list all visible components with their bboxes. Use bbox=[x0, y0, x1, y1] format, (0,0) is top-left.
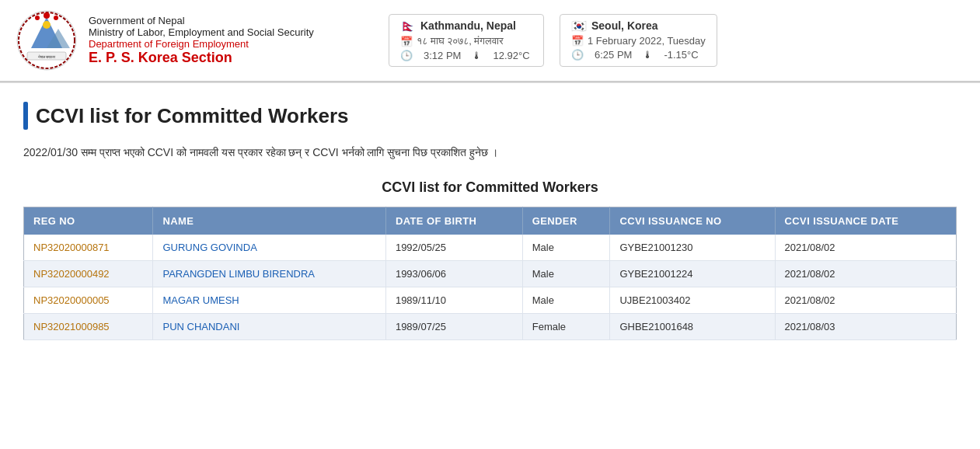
dept-line: Department of Foreign Employment bbox=[89, 38, 314, 50]
weather-box-seoul: 🇰🇷 Seoul, Korea 📅 1 February 2022, Tuesd… bbox=[560, 14, 717, 67]
cell-ccvi-no: GHBE21001648 bbox=[610, 314, 775, 340]
kathmandu-time: 3:12 PM bbox=[424, 50, 461, 61]
kathmandu-nepali-date: १८ माघ २०७८, मंगलवार bbox=[417, 35, 504, 47]
cell-reg-no[interactable]: NP32020000871 bbox=[24, 235, 153, 261]
cell-gender: Male bbox=[522, 287, 610, 314]
clock-icon-seoul: 🕒 bbox=[571, 49, 584, 61]
gov-line1: Government of Nepal bbox=[89, 15, 314, 26]
calendar-icon-seoul: 📅 bbox=[571, 35, 584, 47]
seoul-time: 6:25 PM bbox=[595, 49, 632, 61]
name-link[interactable]: PUN CHANDANI bbox=[162, 321, 239, 332]
seoul-date: 📅 1 February 2022, Tuesday bbox=[571, 35, 706, 47]
svg-text:नेपाल सरकार: नेपाल सरकार bbox=[37, 54, 56, 59]
cell-gender: Male bbox=[522, 235, 610, 261]
temp-icon-seoul: 🌡 bbox=[643, 49, 653, 61]
weather-box-kathmandu: 🇳🇵 Kathmandu, Nepal 📅 १८ माघ २०७८, मंगलव… bbox=[389, 14, 544, 67]
table-title: CCVI list for Committed Workers bbox=[23, 179, 957, 196]
name-link[interactable]: GURUNG GOVINDA bbox=[162, 242, 256, 253]
col-ccvi-no: CCVI ISSUANCE NO bbox=[610, 207, 775, 235]
logo-text-block: Government of Nepal Ministry of Labor, E… bbox=[89, 15, 314, 66]
seoul-city-label: Seoul, Korea bbox=[591, 19, 658, 32]
reg-no-link[interactable]: NP32020000871 bbox=[33, 242, 110, 253]
clock-icon-kathmandu: 🕒 bbox=[400, 50, 413, 61]
cell-dob: 1992/05/25 bbox=[385, 235, 522, 261]
temp-icon-kathmandu: 🌡 bbox=[472, 50, 482, 61]
name-link[interactable]: PARANGDEN LIMBU BIRENDRA bbox=[162, 268, 315, 280]
korea-flag-icon: 🇰🇷 bbox=[571, 20, 587, 31]
eps-section-title: E. P. S. Korea Section bbox=[89, 50, 314, 66]
svg-point-7 bbox=[54, 16, 58, 20]
table-header-row: REG NO NAME DATE OF BIRTH GENDER CCVI IS… bbox=[24, 207, 957, 235]
cell-name[interactable]: PUN CHANDANI bbox=[153, 314, 385, 340]
svg-point-6 bbox=[35, 16, 40, 20]
reg-no-link[interactable]: NP32021000985 bbox=[33, 321, 110, 332]
weather-section: 🇳🇵 Kathmandu, Nepal 📅 १८ माघ २०७८, मंगलव… bbox=[389, 14, 964, 67]
col-ccvi-date: CCVI ISSUANCE DATE bbox=[775, 207, 956, 235]
seoul-temp: -1.15°C bbox=[664, 49, 698, 61]
cell-dob: 1993/06/06 bbox=[385, 261, 522, 287]
reg-no-link[interactable]: NP32020000005 bbox=[33, 294, 110, 306]
title-accent-bar bbox=[23, 102, 28, 130]
cell-ccvi-no: GYBE21001230 bbox=[610, 235, 775, 261]
svg-point-5 bbox=[44, 12, 50, 19]
subtitle-text: 2022/01/30 सम्म प्राप्त भएको CCVI को नाम… bbox=[23, 144, 957, 161]
kathmandu-city-label: Kathmandu, Nepal bbox=[420, 19, 516, 32]
seoul-weather-row: 🕒 6:25 PM 🌡 -1.15°C bbox=[571, 49, 706, 61]
cell-reg-no[interactable]: NP32021000985 bbox=[24, 314, 153, 340]
ccvi-table: REG NO NAME DATE OF BIRTH GENDER CCVI IS… bbox=[23, 207, 957, 340]
nepal-flag-icon: 🇳🇵 bbox=[400, 20, 416, 31]
cell-gender: Male bbox=[522, 261, 610, 287]
cell-dob: 1989/11/10 bbox=[385, 287, 522, 314]
page-title: CCVI list for Committed Workers bbox=[36, 104, 349, 128]
table-row: NP32021000985PUN CHANDANI1989/07/25Femal… bbox=[24, 314, 957, 340]
city-kathmandu: 🇳🇵 Kathmandu, Nepal bbox=[400, 19, 532, 32]
logo-area: नेपाल सरकार Government of Nepal Ministry… bbox=[16, 9, 373, 71]
cell-reg-no[interactable]: NP32020000005 bbox=[24, 287, 153, 314]
subtitle-content: 2022/01/30 सम्म प्राप्त भएको CCVI को नाम… bbox=[23, 146, 498, 158]
table-row: NP32020000871GURUNG GOVINDA1992/05/25Mal… bbox=[24, 235, 957, 261]
table-body: NP32020000871GURUNG GOVINDA1992/05/25Mal… bbox=[24, 235, 957, 340]
col-gender: GENDER bbox=[522, 207, 610, 235]
reg-no-link[interactable]: NP32020000492 bbox=[33, 268, 110, 280]
cell-ccvi-date: 2021/08/02 bbox=[775, 235, 956, 261]
kathmandu-date: 📅 १८ माघ २०७८, मंगलवार bbox=[400, 35, 532, 47]
table-row: NP32020000492PARANGDEN LIMBU BIRENDRA199… bbox=[24, 261, 957, 287]
kathmandu-temp: 12.92°C bbox=[493, 50, 529, 61]
page-title-bar: CCVI list for Committed Workers bbox=[23, 102, 957, 130]
ministry-line: Ministry of Labor, Employment and Social… bbox=[89, 26, 314, 38]
cell-name[interactable]: PARANGDEN LIMBU BIRENDRA bbox=[153, 261, 385, 287]
cell-ccvi-no: GYBE21001224 bbox=[610, 261, 775, 287]
cell-gender: Female bbox=[522, 314, 610, 340]
kathmandu-weather-row: 🕒 3:12 PM 🌡 12.92°C bbox=[400, 50, 532, 61]
cell-reg-no[interactable]: NP32020000492 bbox=[24, 261, 153, 287]
nepal-emblem-icon: नेपाल सरकार bbox=[16, 9, 78, 71]
table-header: REG NO NAME DATE OF BIRTH GENDER CCVI IS… bbox=[24, 207, 957, 235]
calendar-icon-kathmandu: 📅 bbox=[400, 36, 413, 47]
city-seoul: 🇰🇷 Seoul, Korea bbox=[571, 19, 706, 32]
col-reg-no: REG NO bbox=[24, 207, 153, 235]
cell-dob: 1989/07/25 bbox=[385, 314, 522, 340]
name-link[interactable]: MAGAR UMESH bbox=[162, 294, 239, 306]
main-content: CCVI list for Committed Workers 2022/01/… bbox=[0, 83, 980, 359]
col-dob: DATE OF BIRTH bbox=[385, 207, 522, 235]
cell-ccvi-date: 2021/08/03 bbox=[775, 314, 956, 340]
col-name: NAME bbox=[153, 207, 385, 235]
cell-ccvi-date: 2021/08/02 bbox=[775, 261, 956, 287]
seoul-english-date: 1 February 2022, Tuesday bbox=[588, 35, 706, 47]
cell-name[interactable]: GURUNG GOVINDA bbox=[153, 235, 385, 261]
table-row: NP32020000005MAGAR UMESH1989/11/10MaleUJ… bbox=[24, 287, 957, 314]
cell-ccvi-date: 2021/08/02 bbox=[775, 287, 956, 314]
svg-point-4 bbox=[43, 21, 51, 29]
cell-ccvi-no: UJBE21003402 bbox=[610, 287, 775, 314]
site-header: नेपाल सरकार Government of Nepal Ministry… bbox=[0, 0, 980, 82]
cell-name[interactable]: MAGAR UMESH bbox=[153, 287, 385, 314]
